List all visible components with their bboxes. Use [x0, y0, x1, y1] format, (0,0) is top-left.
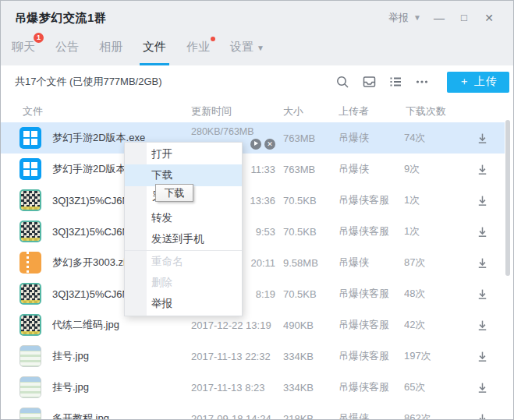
chevron-down-icon: ▼ [413, 14, 421, 22]
download-icon[interactable] [472, 122, 492, 154]
img-file-icon [19, 345, 41, 367]
tab-设置[interactable]: 设置▼ [230, 38, 264, 65]
file-name: 挂号.jpg [52, 372, 186, 403]
download-count: 862次 [404, 403, 452, 420]
more-icon[interactable] [414, 74, 430, 90]
uploader: 吊爆侠 [339, 122, 402, 154]
file-count-summary: 共17个文件 (已使用777MB/2GB) [15, 65, 162, 98]
windows-logo-icon [23, 162, 37, 176]
maximize-button[interactable]: □ [457, 11, 471, 25]
download-icon[interactable] [472, 278, 492, 309]
tab-label: 公告 [55, 40, 79, 53]
list-view-icon[interactable] [388, 74, 403, 90]
context-menu: 打开下载另存为转发发送到手机重命名删除举报 [124, 142, 243, 316]
table-row[interactable]: 3Q]3Z1)5%CJ6N13:3670.5KB吊爆侠客服1次 [1, 185, 513, 216]
download-icon[interactable] [472, 341, 492, 372]
scrollbar-thumb[interactable] [505, 120, 510, 276]
download-icon[interactable] [472, 372, 492, 403]
download-count: 74次 [404, 122, 452, 154]
download-icon[interactable] [472, 247, 492, 278]
file-icon-cell [19, 185, 41, 216]
uploader: 吊爆侠客服 [339, 216, 402, 247]
tab-label: 相册 [99, 40, 122, 53]
file-name: 多开教程.jpg [52, 403, 186, 420]
download-count: 1次 [404, 216, 452, 247]
toolbar-actions: ＋ 上传 [335, 65, 509, 98]
report-dropdown[interactable]: 举报 ▼ [388, 11, 421, 25]
download-count: 42次 [404, 309, 452, 341]
upload-button[interactable]: ＋ 上传 [447, 72, 509, 93]
uploader: 吊爆侠客服 [339, 372, 402, 403]
tab-label: 文件 [143, 40, 166, 53]
tab-bar: 聊天1公告相册文件作业设置▼ [12, 38, 264, 65]
menu-item-下载[interactable]: 下载 [125, 164, 242, 185]
download-count: 65次 [404, 372, 452, 403]
notification-dot-icon [211, 37, 215, 41]
tab-公告[interactable]: 公告 [55, 38, 79, 65]
tab-聊天[interactable]: 聊天1 [12, 38, 35, 65]
table-row[interactable]: 梦幻手游2D版本.exe280KB/763MB✕763MB吊爆侠74次 [1, 122, 505, 154]
menu-item-转发[interactable]: 转发 [125, 207, 242, 228]
tab-作业[interactable]: 作业 [186, 38, 210, 65]
chevron-down-icon: ▼ [257, 44, 264, 52]
unread-badge: 1 [34, 33, 44, 43]
file-size: 9.58MB [283, 247, 333, 278]
report-label: 举报 [388, 11, 409, 25]
exe-file-icon [19, 158, 41, 180]
file-size: 490KB [283, 309, 333, 341]
menu-item-重命名: 重命名 [125, 251, 242, 272]
download-icon[interactable] [472, 403, 492, 420]
file-icon-cell [19, 216, 41, 247]
download-count: 197次 [404, 341, 452, 372]
table-row[interactable]: 代练二维码.jpg2017-12-22 13:19490KB吊爆侠客服42次 [1, 309, 513, 341]
menu-item-打开[interactable]: 打开 [125, 143, 242, 164]
qr-file-icon [19, 189, 41, 211]
file-size: 334KB [283, 341, 333, 372]
table-row[interactable]: 挂号.jpg2017-11-13 22:32334KB吊爆侠客服197次 [1, 341, 513, 372]
search-icon[interactable] [335, 74, 350, 90]
table-row[interactable]: 梦幻多开3003.zip20:119.58MB吊爆侠87次 [1, 247, 513, 278]
download-icon[interactable] [472, 309, 492, 341]
table-row[interactable]: 3Q]3Z1)5%CJ6N9:5370.5KB吊爆侠客服1次 [1, 216, 513, 247]
table-row[interactable]: 挂号.jpg2017-11-13 8:23334KB吊爆侠客服65次 [1, 372, 513, 403]
table-header: 文件更新时间大小上传者下载次数 [1, 98, 513, 122]
file-size: 218KB [283, 403, 333, 420]
download-tooltip: 下载 [155, 184, 193, 202]
file-icon-cell [19, 247, 41, 278]
uploader: 吊爆侠客服 [339, 278, 402, 309]
titlebar: 吊爆梦幻交流1群 举报 ▼ — □ ✕ [15, 9, 505, 27]
file-icon-cell [19, 309, 41, 341]
tab-相册[interactable]: 相册 [99, 38, 122, 65]
tab-文件[interactable]: 文件 [143, 38, 166, 65]
table-row[interactable]: 梦幻手游2D版本.exe11:33763MB吊爆侠9次 [1, 154, 513, 185]
cancel-icon[interactable]: ✕ [264, 139, 275, 150]
img-file-icon [19, 376, 41, 398]
download-icon[interactable] [472, 154, 492, 185]
file-icon-cell [19, 154, 41, 185]
resume-icon[interactable] [250, 139, 261, 150]
transfer-progress-text: 280KB/763MB [191, 127, 275, 137]
table-row[interactable]: 多开教程.jpg2017-09-18 14:24218KB吊爆侠862次 [1, 403, 513, 420]
download-count: 9次 [404, 154, 452, 185]
minimize-button[interactable]: — [432, 11, 446, 25]
close-button[interactable]: ✕ [482, 11, 496, 25]
download-count: 1次 [404, 185, 452, 216]
file-icon-cell [19, 122, 41, 154]
column-header: 文件 [23, 104, 43, 118]
download-icon[interactable] [472, 185, 492, 216]
qr-file-icon [19, 221, 41, 242]
uploader: 吊爆侠 [339, 154, 402, 185]
group-title: 吊爆梦幻交流1群 [15, 11, 106, 26]
uploader: 吊爆侠客服 [339, 185, 402, 216]
menu-item-举报[interactable]: 举报 [125, 294, 242, 315]
download-count: 48次 [404, 278, 452, 309]
download-icon[interactable] [472, 216, 492, 247]
uploader: 吊爆侠客服 [339, 341, 402, 372]
file-name: 挂号.jpg [52, 341, 186, 372]
table-row[interactable]: 3Q]3Z1)5%CJ6N8:1970.5KB吊爆侠客服48次 [1, 278, 513, 309]
column-header: 更新时间 [191, 104, 232, 118]
file-icon-cell [19, 278, 41, 309]
download-manager-icon[interactable] [361, 74, 377, 90]
file-size: 70.5KB [283, 185, 333, 216]
menu-item-发送到手机[interactable]: 发送到手机 [125, 229, 242, 250]
